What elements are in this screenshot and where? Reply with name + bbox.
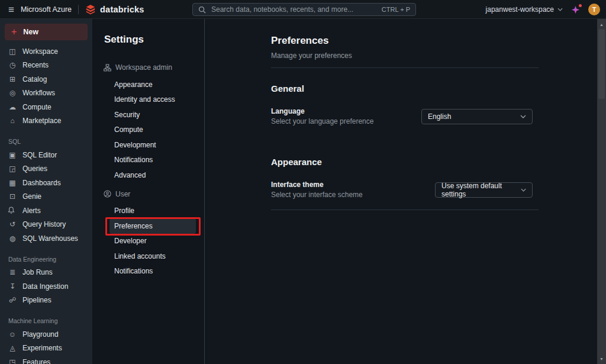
workspace-selector-label: japanwest-workspace	[486, 5, 554, 14]
settings-item-preferences[interactable]: Preferences	[109, 218, 196, 234]
section-heading-appearance: Appearance	[271, 157, 597, 167]
section-divider	[271, 210, 539, 210]
experiments-icon: ◬	[8, 344, 17, 352]
scrollbar[interactable]: ▲ ▼	[597, 19, 606, 364]
workspace-admin-icon	[104, 64, 111, 72]
data-ingestion-icon: ↧	[8, 283, 17, 290]
section-heading-general: General	[271, 83, 597, 94]
sidebar-item-alerts[interactable]: Alerts	[0, 204, 92, 218]
sidebar-item-dashboards[interactable]: ▦ Dashboards	[0, 176, 92, 190]
interface-theme-select[interactable]: Use system default settings	[435, 182, 533, 198]
search-input[interactable]	[210, 5, 378, 14]
search-shortcut-hint: CTRL + P	[382, 6, 410, 13]
header-divider	[271, 67, 539, 68]
catalog-icon: ⊞	[8, 76, 17, 83]
workspace-icon: ◫	[8, 48, 17, 55]
theme-label-group: Interface theme Select your interface sc…	[271, 181, 363, 199]
settings-item-notifications-user[interactable]: Notifications	[109, 264, 196, 279]
queries-icon: ◲	[8, 165, 17, 172]
settings-item-developer[interactable]: Developer	[109, 234, 196, 249]
scroll-down-arrow[interactable]: ▼	[597, 355, 606, 363]
settings-item-compute[interactable]: Compute	[109, 123, 196, 138]
settings-group-workspace-admin[interactable]: Workspace admin	[104, 62, 204, 73]
sidebar-item-recents[interactable]: ◷ Recents	[0, 59, 92, 73]
workflows-icon: ◎	[8, 89, 17, 96]
plus-icon: +	[11, 27, 17, 37]
databricks-logo-icon	[85, 4, 96, 15]
interface-theme-row: Interface theme Select your interface sc…	[271, 181, 539, 199]
global-search-box[interactable]: CTRL + P	[192, 3, 416, 16]
sidebar-item-experiments[interactable]: ◬ Experiments	[0, 342, 92, 356]
search-icon	[198, 6, 206, 14]
settings-group-user[interactable]: User	[104, 188, 204, 200]
sidebar-item-workspace[interactable]: ◫ Workspace	[0, 44, 92, 59]
new-button[interactable]: + New	[5, 24, 88, 40]
language-label: Language	[271, 107, 373, 115]
marketplace-icon: ⌂	[8, 117, 17, 124]
sidebar-item-compute[interactable]: ☁ Compute	[0, 100, 92, 114]
user-icon	[104, 190, 111, 198]
settings-item-notifications-admin[interactable]: Notifications	[109, 153, 196, 168]
chevron-down-icon	[521, 188, 526, 192]
azure-portal-label[interactable]: Microsoft Azure	[21, 5, 72, 14]
sidebar-item-pipelines[interactable]: ☍ Pipelines	[0, 294, 92, 308]
settings-item-identity-and-access[interactable]: Identity and access	[109, 92, 196, 108]
sidebar-item-workflows[interactable]: ◎ Workflows	[0, 86, 92, 101]
genie-icon: ⊡	[8, 193, 17, 200]
sidebar-item-playground[interactable]: ☺ Playground	[0, 327, 92, 342]
sql-warehouses-icon: ◍	[8, 235, 17, 242]
query-history-icon: ↺	[8, 221, 17, 228]
sidebar-section-machine-learning: Machine Learning	[0, 314, 92, 327]
hamburger-menu-icon[interactable]: ≡	[8, 5, 14, 15]
pipelines-icon: ☍	[8, 297, 17, 304]
settings-item-appearance-admin[interactable]: Appearance	[109, 77, 196, 92]
language-label-group: Language Select your language preference	[271, 107, 373, 125]
sidebar-item-data-ingestion[interactable]: ↧ Data Ingestion	[0, 279, 92, 294]
sql-editor-icon: ▣	[8, 152, 17, 159]
sidebar-item-sql-warehouses[interactable]: ◍ SQL Warehouses	[0, 231, 92, 246]
sidebar-nav: + New ◫ Workspace ◷ Recents ⊞ Catalog ◎ …	[0, 19, 92, 364]
scroll-up-arrow[interactable]: ▲	[597, 20, 606, 28]
sidebar-item-query-history[interactable]: ↺ Query History	[0, 218, 92, 232]
user-items: Profile Preferences Developer Linked acc…	[92, 204, 204, 279]
language-select[interactable]: English	[421, 109, 533, 124]
user-avatar[interactable]: T	[588, 4, 600, 15]
top-bar-right: japanwest-workspace T	[486, 0, 600, 19]
new-button-label: New	[23, 28, 38, 36]
databricks-wordmark: databricks	[100, 5, 144, 14]
settings-item-profile[interactable]: Profile	[109, 204, 196, 219]
interface-theme-label: Interface theme	[271, 181, 363, 189]
features-icon: ◳	[8, 359, 17, 364]
scrollbar-thumb[interactable]	[598, 29, 605, 99]
workspace-admin-items: Appearance Identity and access Security …	[92, 77, 204, 183]
sidebar-item-sql-editor[interactable]: ▣ SQL Editor	[0, 148, 92, 162]
settings-item-development[interactable]: Development	[109, 137, 196, 153]
page-subtitle: Manage your preferences	[271, 51, 597, 60]
interface-theme-select-value: Use system default settings	[441, 182, 521, 198]
sidebar-item-features[interactable]: ◳ Features	[0, 355, 92, 364]
sidebar-item-genie[interactable]: ⊡ Genie	[0, 190, 92, 204]
notification-dot	[579, 4, 582, 7]
databricks-settings-window: ≡ Microsoft Azure databricks CTRL + P	[0, 0, 606, 364]
settings-nav-panel: Settings Workspace admin Appearance Iden…	[92, 19, 205, 364]
recents-icon: ◷	[8, 62, 17, 69]
sidebar-item-job-runs[interactable]: ≣ Job Runs	[0, 266, 92, 280]
workspace-selector[interactable]: japanwest-workspace	[486, 5, 563, 14]
sidebar-item-marketplace[interactable]: ⌂ Marketplace	[0, 114, 92, 128]
sidebar-item-catalog[interactable]: ⊞ Catalog	[0, 72, 92, 86]
alerts-bell-icon	[8, 207, 17, 214]
assistant-sparkle-icon[interactable]	[571, 5, 580, 14]
settings-title: Settings	[104, 33, 204, 46]
settings-item-advanced[interactable]: Advanced	[109, 167, 196, 183]
settings-item-linked-accounts[interactable]: Linked accounts	[109, 249, 196, 264]
sidebar-item-queries[interactable]: ◲ Queries	[0, 162, 92, 176]
top-bar-left: ≡ Microsoft Azure databricks	[8, 0, 144, 19]
preferences-content: Preferences Manage your preferences Gene…	[205, 19, 597, 364]
databricks-logo[interactable]: databricks	[85, 4, 144, 15]
settings-item-security[interactable]: Security	[109, 107, 196, 123]
language-description: Select your language preference	[271, 117, 373, 125]
playground-icon: ☺	[8, 331, 17, 338]
language-select-value: English	[428, 112, 451, 121]
dashboards-icon: ▦	[8, 179, 17, 186]
topbar-divider	[78, 5, 79, 14]
